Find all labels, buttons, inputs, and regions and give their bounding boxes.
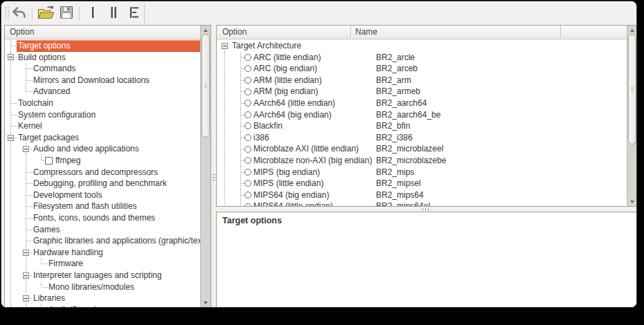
tree-item-compressors-and-decompressors[interactable]: Compressors and decompressors	[5, 167, 211, 178]
right-vertical-scrollbar[interactable]	[627, 26, 637, 206]
expander-minus-icon[interactable]	[8, 135, 14, 141]
scroll-down-icon[interactable]	[627, 198, 637, 205]
tree-item-filesystem-and-flash-utilities[interactable]: Filesystem and flash utilities	[5, 201, 211, 212]
list-row-arc-big-endian[interactable]: ARC (big endian)BR2_arceb	[217, 63, 637, 75]
list-row-microblaze-axi-little-endian[interactable]: Microblaze AXI (little endian)BR2_microb…	[217, 143, 637, 155]
tree-item-label: Blackfin	[253, 120, 283, 132]
tree-item-audio-sound[interactable]: Audio/Sound	[5, 304, 211, 307]
tree-item-games[interactable]: Games	[5, 224, 211, 236]
scrollbar-thumb[interactable]	[628, 34, 636, 145]
tree-item-graphic-libraries-and-applications-graphic[interactable]: Graphic libraries and applications (grap…	[5, 235, 211, 247]
tree-item-target-packages[interactable]: Target packages	[5, 132, 211, 144]
horizontal-splitter-grip[interactable]	[428, 208, 429, 211]
horizontal-splitter-grip[interactable]	[422, 208, 423, 211]
tree-item-hardware-handling[interactable]: Hardware handling	[5, 247, 211, 259]
save-button[interactable]	[56, 5, 77, 23]
expander-minus-icon[interactable]	[23, 295, 29, 301]
architecture-list-panel: Option Name Target ArchitectureARC (litt…	[216, 25, 637, 207]
tree-item-label: AArch64 (big endian)	[253, 109, 332, 121]
list-row-aarch64-big-endian[interactable]: AArch64 (big endian)BR2_aarch64_be	[217, 109, 637, 121]
tree-item-system-configuration[interactable]: System configuration	[5, 109, 211, 121]
list-row-microblaze-non-axi-big-endian[interactable]: Microblaze non-AXI (big endian)BR2_micro…	[217, 155, 637, 167]
tree-item-mirrors-and-download-locations[interactable]: Mirrors and Download locations	[5, 75, 211, 86]
tree-item-libraries[interactable]: Libraries	[5, 292, 211, 304]
left-vertical-scrollbar[interactable]	[200, 26, 211, 307]
split-view-icon	[107, 6, 120, 22]
arm-little-endian-radio[interactable]	[244, 77, 251, 84]
list-row-target-architecture[interactable]: Target Architecture	[217, 40, 637, 52]
aarch64-big-endian-radio[interactable]	[244, 111, 251, 118]
tree-item-toolchain[interactable]: Toolchain	[5, 98, 211, 109]
tree-item-interpreter-languages-and-scripting[interactable]: Interpreter languages and scripting	[5, 270, 211, 281]
back-button[interactable]	[9, 5, 30, 23]
tree-item-kernel[interactable]: Kernel	[5, 120, 211, 132]
symbol-name: BR2_microblazebe	[376, 155, 446, 167]
mips64-big-endian-radio[interactable]	[244, 192, 251, 198]
single-view-button[interactable]	[82, 5, 103, 23]
tree-branch-line	[11, 126, 17, 127]
tree-item-development-tools[interactable]: Development tools	[5, 189, 211, 201]
full-view-button[interactable]	[123, 5, 144, 23]
expander-minus-icon[interactable]	[23, 272, 29, 279]
tree-branch-line	[26, 195, 33, 196]
ffmpeg-checkbox[interactable]	[45, 157, 53, 165]
microblaze-axi-little-endian-radio[interactable]	[244, 146, 251, 153]
expander-minus-icon[interactable]	[8, 54, 14, 60]
tree-item-build-options[interactable]: Build options	[5, 52, 211, 64]
tree-branch-line	[42, 287, 48, 288]
list-row-arm-big-endian[interactable]: ARM (big endian)BR2_armeb	[217, 86, 637, 98]
list-row-mips-big-endian[interactable]: MIPS (big endian)BR2_mips	[217, 167, 637, 178]
expander-minus-icon[interactable]	[222, 43, 228, 49]
i386-radio[interactable]	[244, 134, 251, 141]
mips-little-endian-radio[interactable]	[244, 180, 251, 187]
tree-guide-line	[10, 270, 11, 281]
tree-item-fonts-icons-sounds-and-themes[interactable]: Fonts, icons, sounds and themes	[5, 212, 211, 224]
arc-little-endian-radio[interactable]	[244, 54, 251, 61]
mips-big-endian-radio[interactable]	[244, 169, 251, 176]
scroll-up-icon[interactable]	[201, 26, 211, 34]
tree-branch-line	[41, 304, 42, 307]
microblaze-non-axi-big-endian-radio[interactable]	[244, 157, 251, 164]
tree-guide-line	[26, 281, 26, 293]
list-row-arc-little-endian[interactable]: ARC (little endian)BR2_arcle	[217, 52, 637, 64]
arm-big-endian-radio[interactable]	[244, 89, 251, 95]
tree-item-label: Mirrors and Download locations	[33, 75, 150, 86]
blackfin-radio[interactable]	[244, 122, 251, 129]
tree-item-mono-libraries-modules[interactable]: Mono libraries/modules	[5, 281, 211, 293]
tree-item-target-options[interactable]: Target options	[5, 40, 211, 52]
list-row-mips-little-endian[interactable]: MIPS (little endian)BR2_mipsel	[217, 178, 637, 189]
tree-item-label: ARC (big endian)	[253, 63, 317, 75]
list-row-blackfin[interactable]: BlackfinBR2_bfin	[217, 120, 637, 132]
column-separator[interactable]	[560, 26, 561, 39]
scroll-up-icon[interactable]	[627, 26, 637, 34]
mips64-little-endian-radio[interactable]	[244, 203, 251, 206]
tree-item-advanced[interactable]: Advanced	[5, 86, 211, 98]
tree-item-label: ARM (little endian)	[253, 75, 322, 86]
arc-big-endian-radio[interactable]	[244, 65, 251, 72]
list-row-mips64-big-endian[interactable]: MIPS64 (big endian)BR2_mips64	[217, 189, 637, 201]
scrollbar-thumb[interactable]	[202, 34, 210, 138]
tree-guide-line	[10, 201, 11, 212]
toolbar-drag-handle[interactable]	[5, 7, 6, 21]
list-row-arm-little-endian[interactable]: ARM (little endian)BR2_arm	[217, 75, 637, 86]
scroll-down-icon[interactable]	[201, 299, 211, 306]
open-button[interactable]	[35, 5, 56, 23]
tree-item-ffmpeg[interactable]: ffmpeg	[5, 155, 211, 167]
split-view-button[interactable]	[103, 5, 124, 23]
expander-minus-icon[interactable]	[23, 250, 29, 256]
list-row-aarch64-little-endian[interactable]: AArch64 (little endian)BR2_aarch64	[217, 98, 637, 109]
tree-item-label: System configuration	[18, 109, 96, 121]
list-row-i386[interactable]: i386BR2_i386	[217, 132, 637, 144]
vertical-splitter-grip[interactable]	[213, 177, 215, 178]
expander-minus-icon[interactable]	[23, 146, 29, 152]
column-separator[interactable]	[350, 26, 351, 39]
tree-item-commands[interactable]: Commands	[5, 63, 211, 75]
aarch64-little-endian-radio[interactable]	[244, 100, 251, 106]
vertical-splitter-grip[interactable]	[213, 174, 215, 175]
list-row-mips64-little-endian[interactable]: MIPS64 (little endian)BR2_mips64el	[217, 201, 637, 206]
tree-item-audio-and-video-applications[interactable]: Audio and video applications	[5, 143, 211, 155]
vertical-splitter-grip[interactable]	[213, 180, 215, 180]
tree-item-debugging-profiling-and-benchmark[interactable]: Debugging, profiling and benchmark	[5, 178, 211, 189]
horizontal-splitter-grip[interactable]	[425, 208, 426, 211]
tree-item-firmware[interactable]: Firmware	[5, 258, 211, 270]
